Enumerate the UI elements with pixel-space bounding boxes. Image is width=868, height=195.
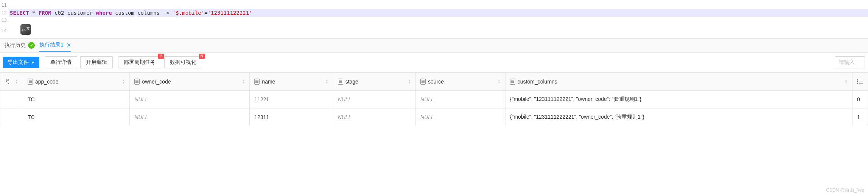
column-icon: [338, 79, 343, 85]
table-cell[interactable]: {"mobile": "1231111222221", "owner_code"…: [505, 108, 852, 126]
column-icon: [28, 79, 33, 85]
line-number: 12: [0, 9, 9, 17]
toolbar: 导出文件 ▼ 单行详情 开启编辑 部署周期任务 H 数据可视化 N 请输入: [0, 53, 868, 73]
line-number: 13: [0, 17, 9, 24]
column-icon: [420, 79, 426, 85]
sort-icon[interactable]: ▲▼: [325, 79, 328, 84]
col-header-name[interactable]: name▲▼: [250, 73, 333, 91]
data-vis-button[interactable]: 数据可视化 N: [164, 56, 202, 68]
search-input[interactable]: 请输入: [835, 56, 865, 68]
column-icon: [510, 79, 515, 85]
line-number: 14: [0, 27, 9, 34]
table-cell[interactable]: 0: [852, 91, 868, 108]
data-vis-label: 数据可视化: [170, 59, 196, 65]
sort-icon[interactable]: ▲▼: [242, 79, 245, 84]
table-cell[interactable]: NULL: [416, 108, 506, 126]
column-icon: [254, 79, 260, 85]
code-line: [9, 24, 868, 37]
list-icon: [857, 79, 863, 84]
table-cell[interactable]: NULL: [130, 91, 250, 108]
col-header-app-code[interactable]: app_code▲▼: [23, 73, 130, 91]
results-table-wrapper: 号▲▼ app_code▲▼ owner_code▲▼ name▲▼ stage…: [0, 73, 868, 126]
col-header-custom-columns[interactable]: custom_columns▲▼: [505, 73, 852, 91]
table-cell[interactable]: NULL: [333, 108, 415, 126]
export-label: 导出文件: [8, 59, 29, 66]
sort-icon[interactable]: ▲▼: [15, 79, 18, 84]
col-header-rowno[interactable]: 号▲▼: [0, 73, 23, 91]
table-cell[interactable]: 1: [852, 108, 868, 126]
table-cell[interactable]: NULL: [130, 108, 250, 126]
code-line-active[interactable]: SELECT * FROM c02_customer where custom_…: [9, 9, 868, 17]
close-icon[interactable]: ✕: [67, 42, 71, 48]
table-cell[interactable]: [0, 91, 23, 108]
check-icon: ✓: [28, 42, 35, 49]
col-header-source[interactable]: source▲▼: [416, 73, 506, 91]
chevron-down-icon: ▼: [31, 60, 35, 65]
table-row[interactable]: TCNULL12311NULLNULL{"mobile": "123111122…: [0, 108, 868, 126]
sql-editor[interactable]: 11 12 SELECT * FROM c02_customer where c…: [0, 0, 868, 39]
ime-indicator-icon[interactable]: [20, 24, 31, 35]
tab-result-label: 执行结果1: [39, 42, 64, 48]
table-cell[interactable]: {"mobile": "123111122221", "owner_code":…: [505, 91, 852, 108]
tab-history-label: 执行历史: [5, 42, 26, 49]
export-button[interactable]: 导出文件 ▼: [3, 57, 39, 68]
result-tabs: 执行历史 ✓ 执行结果1 ✕: [0, 39, 868, 53]
table-cell[interactable]: NULL: [416, 91, 506, 108]
badge-h: H: [158, 54, 164, 59]
sort-icon[interactable]: ▲▼: [845, 79, 848, 84]
line-number: 11: [0, 2, 9, 9]
sort-icon[interactable]: ▲▼: [498, 79, 501, 84]
table-header-row: 号▲▼ app_code▲▼ owner_code▲▼ name▲▼ stage…: [0, 73, 868, 91]
col-header-stage[interactable]: stage▲▼: [333, 73, 415, 91]
col-header-owner-code[interactable]: owner_code▲▼: [130, 73, 250, 91]
table-cell[interactable]: [0, 108, 23, 126]
table-row[interactable]: TCNULL11221NULLNULL{"mobile": "123111122…: [0, 91, 868, 108]
tab-result-active[interactable]: 执行结果1 ✕: [39, 42, 71, 52]
badge-n: N: [199, 54, 205, 59]
table-cell[interactable]: TC: [23, 108, 130, 126]
results-table: 号▲▼ app_code▲▼ owner_code▲▼ name▲▼ stage…: [0, 73, 868, 126]
table-cell[interactable]: 12311: [250, 108, 333, 126]
enable-edit-button[interactable]: 开启编辑: [80, 56, 113, 68]
table-cell[interactable]: TC: [23, 91, 130, 108]
col-header-settings[interactable]: [852, 73, 868, 91]
table-cell[interactable]: 11221: [250, 91, 333, 108]
row-detail-button[interactable]: 单行详情: [45, 56, 77, 68]
deploy-task-button[interactable]: 部署周期任务 H: [118, 56, 161, 68]
sort-icon[interactable]: ▲▼: [122, 79, 125, 84]
column-icon: [134, 79, 140, 85]
table-cell[interactable]: NULL: [333, 91, 415, 108]
tab-history[interactable]: 执行历史 ✓: [5, 42, 35, 52]
deploy-task-label: 部署周期任务: [124, 59, 156, 65]
sort-icon[interactable]: ▲▼: [408, 79, 411, 84]
